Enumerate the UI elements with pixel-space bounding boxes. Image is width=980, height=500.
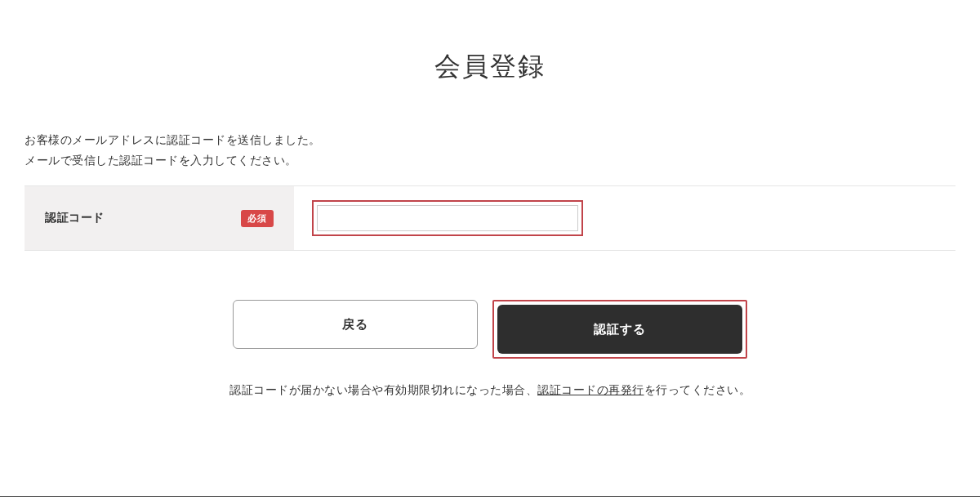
reissue-prefix: 認証コードが届かない場合や有効期限切れになった場合、	[229, 383, 537, 396]
back-button[interactable]: 戻る	[233, 300, 478, 349]
description-text: お客様のメールアドレスに認証コードを送信しました。 メールで受信した認証コードを…	[24, 130, 956, 171]
input-highlight-frame	[312, 200, 583, 236]
submit-button[interactable]: 認証する	[497, 305, 742, 354]
reissue-link[interactable]: 認証コードの再発行	[537, 383, 644, 396]
submit-highlight-frame: 認証する	[492, 300, 747, 359]
auth-code-label-cell: 認証コード 必須	[24, 186, 294, 250]
auth-code-row: 認証コード 必須	[24, 186, 956, 250]
reissue-suffix: を行ってください。	[644, 383, 751, 396]
description-line-2: メールで受信した認証コードを入力してください。	[24, 150, 956, 171]
page-title: 会員登録	[24, 49, 956, 85]
auth-code-label: 認証コード	[45, 211, 105, 225]
reissue-text: 認証コードが届かない場合や有効期限切れになった場合、認証コードの再発行を行ってく…	[24, 383, 956, 398]
bottom-border	[0, 496, 980, 497]
button-row: 戻る 認証する	[24, 300, 956, 359]
auth-code-input[interactable]	[317, 205, 578, 231]
form-table: 認証コード 必須	[24, 185, 956, 251]
required-badge: 必須	[241, 210, 274, 227]
description-line-1: お客様のメールアドレスに認証コードを送信しました。	[24, 130, 956, 150]
auth-code-input-cell	[294, 187, 956, 249]
